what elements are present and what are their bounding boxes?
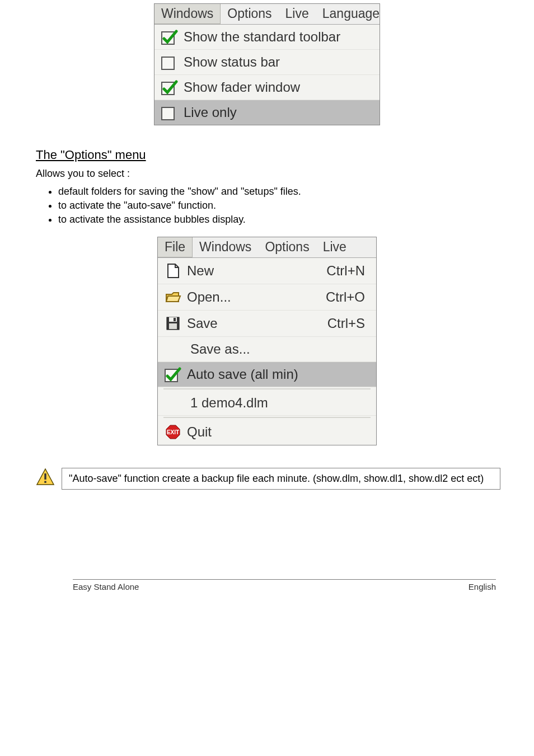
list-item: default folders for saving the "show" an… (58, 186, 534, 198)
menu-item-save-as[interactable]: Save as... (158, 337, 376, 362)
options-bullets: default folders for saving the "show" an… (36, 186, 534, 226)
svg-rect-1 (162, 57, 174, 69)
svg-rect-6 (169, 323, 177, 329)
menubar-item-windows[interactable]: Windows (193, 237, 258, 257)
auto-save-notice: "Auto-save" function create a backup fil… (36, 468, 500, 490)
menu-label: Show the standard toolbar (184, 29, 340, 45)
exit-icon: EXIT (165, 424, 181, 440)
menu-item-show-status[interactable]: Show status bar (154, 50, 380, 75)
footer-right: English (469, 582, 496, 591)
menubar-item-windows[interactable]: Windows (154, 4, 221, 24)
svg-rect-7 (174, 318, 176, 321)
menu-label: Quit (187, 424, 212, 440)
menu-item-show-toolbar[interactable]: Show the standard toolbar (154, 25, 380, 50)
open-folder-icon (165, 289, 181, 306)
menubar-item-file[interactable]: File (158, 237, 193, 257)
windows-menu-body: Show the standard toolbar Show status ba… (154, 25, 380, 125)
menu-item-new[interactable]: New Ctrl+N (158, 258, 376, 284)
menubar-item-live[interactable]: Live (316, 237, 353, 257)
menu-label: Show fader window (184, 79, 300, 95)
page-footer: Easy Stand Alone English (73, 579, 496, 591)
checkbox-unchecked-icon (161, 54, 178, 70)
menu-shortcut: Ctrl+N (326, 263, 369, 279)
file-menu-screenshot: File Windows Options Live New Ctrl+N Ope… (157, 237, 377, 445)
menu-label: 1 demo4.dlm (190, 395, 268, 411)
windows-menu-bar: Windows Options Live Language (154, 4, 380, 25)
svg-rect-3 (162, 107, 174, 120)
windows-menu-screenshot: Windows Options Live Language Show the s… (154, 3, 380, 125)
menu-label: Auto save (all min) (187, 367, 298, 382)
file-menu-bar: File Windows Options Live (158, 237, 376, 258)
file-menu-body: New Ctrl+N Open... Ctrl+O Save (158, 258, 376, 445)
checkbox-checked-icon (161, 79, 178, 95)
menubar-item-options[interactable]: Options (258, 237, 316, 257)
warning-icon (36, 468, 55, 487)
menu-item-show-fader[interactable]: Show fader window (154, 75, 380, 100)
options-menu-heading: The "Options" menu (36, 148, 534, 162)
notice-text: "Auto-save" function create a backup fil… (62, 468, 500, 490)
menu-item-open[interactable]: Open... Ctrl+O (158, 284, 376, 311)
options-menu-intro: Allows you to select : (36, 167, 500, 180)
svg-rect-13 (44, 481, 46, 483)
menu-label: Save as... (190, 341, 250, 357)
menu-item-live-only[interactable]: Live only (154, 100, 380, 125)
menu-shortcut: Ctrl+S (327, 316, 369, 331)
svg-text:EXIT: EXIT (167, 429, 179, 435)
menu-item-quit[interactable]: EXIT Quit (158, 419, 376, 445)
checkbox-checked-icon (161, 29, 178, 45)
checkbox-checked-icon (165, 367, 181, 382)
menubar-item-options[interactable]: Options (221, 4, 278, 24)
footer-left: Easy Stand Alone (73, 582, 139, 591)
menu-label: Save (187, 316, 218, 331)
save-floppy-icon (165, 315, 181, 332)
menu-label: Live only (184, 105, 237, 120)
checkbox-unchecked-icon (161, 105, 178, 120)
menu-separator (163, 417, 371, 418)
menu-label: Open... (187, 289, 231, 305)
svg-rect-12 (44, 473, 46, 480)
menu-item-recent-file[interactable]: 1 demo4.dlm (158, 391, 376, 416)
menubar-item-language[interactable]: Language (316, 4, 386, 24)
menu-shortcut: Ctrl+O (326, 289, 369, 305)
menu-item-auto-save[interactable]: Auto save (all min) (158, 362, 376, 387)
list-item: to activate the "auto-save" function. (58, 200, 534, 212)
menubar-item-live[interactable]: Live (279, 4, 316, 24)
menu-separator (163, 388, 371, 389)
new-file-icon (165, 262, 181, 279)
menu-label: Show status bar (184, 54, 280, 70)
list-item: to activate the assistance bubbles displ… (58, 214, 534, 226)
menu-label: New (187, 263, 214, 279)
menu-item-save[interactable]: Save Ctrl+S (158, 311, 376, 337)
